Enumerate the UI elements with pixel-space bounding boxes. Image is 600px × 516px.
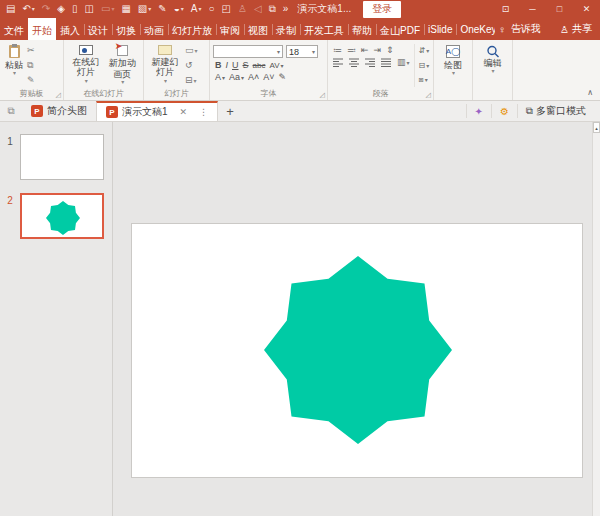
tab-transitions[interactable]: 切换 xyxy=(112,18,140,40)
layout-icon[interactable]: ▭▾ xyxy=(185,46,198,55)
qat-overflow-icon[interactable]: » xyxy=(283,4,289,14)
clear-strike-button[interactable]: abc xyxy=(253,61,266,70)
copy-icon[interactable]: ⧉ xyxy=(27,61,35,70)
clipboard-dialog-launcher-icon[interactable]: ◿ xyxy=(56,91,61,99)
shrink-font-button[interactable]: A˅ xyxy=(263,72,274,82)
text-shadow-button[interactable]: A▾ xyxy=(215,72,225,82)
doc-tab-presentation1[interactable]: P 演示文稿1 ✕ ⋮ xyxy=(96,101,218,121)
close-button[interactable]: ✕ xyxy=(573,0,600,18)
reset-icon[interactable]: ↺ xyxy=(185,61,198,70)
vertical-scrollbar[interactable]: ▴ xyxy=(592,122,600,516)
new-tab-button[interactable]: + xyxy=(218,101,242,121)
tellme-bulb-icon: ♀ xyxy=(499,24,507,35)
preview-window-icon[interactable]: ⧉ xyxy=(0,101,22,121)
text-direction-icon[interactable]: ⇵▾ xyxy=(419,46,430,55)
table-icon[interactable]: ▦ xyxy=(121,4,130,14)
numbering-button[interactable]: ≕ xyxy=(347,45,356,55)
tab-view[interactable]: 视图 xyxy=(244,18,272,40)
settings-gear-icon[interactable]: ⚙ xyxy=(491,104,517,118)
collapse-ribbon-icon[interactable]: ∧ xyxy=(587,88,593,97)
tab-slideshow[interactable]: 幻灯片放 xyxy=(168,18,216,40)
decrease-indent-button[interactable]: ⇤ xyxy=(361,45,369,55)
tab-file[interactable]: 文件 xyxy=(0,18,28,40)
format-painter-icon[interactable]: ✎ xyxy=(27,76,35,85)
slide-2-thumbnail[interactable] xyxy=(20,193,104,239)
ribbon-options-icon[interactable]: ⊡ xyxy=(492,0,519,18)
tab-developer[interactable]: 开发工具 xyxy=(300,18,348,40)
paragraph-dialog-launcher-icon[interactable]: ◿ xyxy=(426,91,431,99)
star-shape[interactable] xyxy=(132,224,582,477)
beautify-wand-icon[interactable]: ✦ xyxy=(466,104,491,118)
tellme-label[interactable]: 告诉我 xyxy=(511,22,541,36)
italic-button[interactable]: I xyxy=(226,60,229,70)
scroll-up-icon[interactable]: ▴ xyxy=(593,122,600,133)
close-tab-icon[interactable]: ✕ xyxy=(180,107,188,117)
draw-button[interactable]: A◯ 绘图 ▾ xyxy=(442,44,464,87)
fill-icon[interactable]: ◒▾ xyxy=(174,4,184,14)
grow-font-button[interactable]: A˄ xyxy=(248,72,259,82)
increase-indent-button[interactable]: ⇥ xyxy=(374,45,382,55)
tab-more-icon[interactable]: ⋮ xyxy=(199,107,208,117)
slide-1-thumbnail[interactable] xyxy=(20,134,104,180)
multi-window-mode-button[interactable]: ⧉ 多窗口模式 xyxy=(517,104,594,118)
chevron-down-icon: ▾ xyxy=(111,6,114,12)
clear-format-icon[interactable]: ✎ xyxy=(279,72,287,82)
tab-animations[interactable]: 动画 xyxy=(140,18,168,40)
tab-islide[interactable]: iSlide xyxy=(424,18,456,40)
bullets-button[interactable]: ≔ xyxy=(333,45,342,55)
copy-pages-icon[interactable]: ⧉ xyxy=(269,4,276,14)
align-text-icon[interactable]: ⊟▾ xyxy=(419,61,430,70)
select-box-icon[interactable]: ◰ xyxy=(222,4,231,14)
align-right-icon[interactable] xyxy=(365,58,376,67)
tab-insert[interactable]: 插入 xyxy=(56,18,84,40)
person-icon[interactable]: ♙ xyxy=(238,4,247,14)
align-center-icon[interactable] xyxy=(349,58,360,67)
font-name-combobox[interactable]: ▾ xyxy=(213,45,283,58)
sound-icon[interactable]: ◁ xyxy=(254,4,262,14)
underline-button[interactable]: U xyxy=(232,60,239,70)
tab-design[interactable]: 设计 xyxy=(84,18,112,40)
char-spacing-button[interactable]: AV▾ xyxy=(269,61,283,70)
slideshow-icon[interactable]: ▭▾ xyxy=(101,4,114,14)
font-size-combobox[interactable]: 18▾ xyxy=(286,45,318,58)
stamp-icon[interactable]: ◈ xyxy=(57,4,65,14)
new-animation-page-button[interactable]: ➤ 新加动画页 ▾ xyxy=(104,44,140,87)
maximize-button[interactable]: □ xyxy=(546,0,573,18)
tab-help[interactable]: 帮助 xyxy=(348,18,376,40)
share-button[interactable]: ♙ 共享 xyxy=(560,22,592,36)
slide-page[interactable] xyxy=(132,224,582,477)
tab-review[interactable]: 审阅 xyxy=(216,18,244,40)
edit-button[interactable]: 编辑 ▾ xyxy=(482,44,504,87)
online-slides-button[interactable]: 在线幻灯片 ▾ xyxy=(67,44,104,87)
redo-icon[interactable]: ↷ xyxy=(42,4,50,14)
doc-tab-intro[interactable]: P 简介头图 xyxy=(22,101,96,121)
font-dialog-launcher-icon[interactable]: ◿ xyxy=(320,91,325,99)
align-justify-icon[interactable] xyxy=(381,58,392,67)
tab-home[interactable]: 开始 xyxy=(28,18,56,40)
bold-button[interactable]: B xyxy=(215,60,222,70)
paste-button[interactable]: 粘贴 ▾ xyxy=(3,44,25,87)
columns-button[interactable]: ▥▾ xyxy=(397,57,410,67)
new-slide-button[interactable]: 新建幻灯片 ▾ xyxy=(147,44,183,87)
undo-icon[interactable]: ↶▾ xyxy=(22,4,34,14)
save-icon[interactable]: ▤ xyxy=(6,4,15,14)
print-preview-icon[interactable]: ◫ xyxy=(84,4,93,14)
smartart-icon[interactable]: ⧈▾ xyxy=(419,75,430,85)
section-icon[interactable]: ⊟▾ xyxy=(185,76,198,85)
line-spacing-button[interactable]: ⇕ xyxy=(386,45,394,55)
login-button[interactable]: 登录 xyxy=(363,1,401,18)
new-file-icon[interactable]: ▯ xyxy=(72,4,78,14)
font-color-icon[interactable]: A▾ xyxy=(191,4,202,14)
align-left-icon[interactable] xyxy=(333,58,344,67)
tab-jinshan-pdf[interactable]: 金山PDF xyxy=(376,18,424,40)
strikethrough-button[interactable]: S xyxy=(243,60,249,70)
tab-record[interactable]: 录制 xyxy=(272,18,300,40)
pen-icon[interactable]: ✎ xyxy=(158,4,166,14)
cut-icon[interactable]: ✂ xyxy=(27,46,35,55)
minimize-button[interactable]: ─ xyxy=(519,0,546,18)
layout-icon[interactable]: ▧▾ xyxy=(138,4,151,14)
tab-onekey[interactable]: OneKey xyxy=(456,18,494,40)
change-case-button[interactable]: Aa▾ xyxy=(229,72,244,82)
shape-circle-icon[interactable]: ○ xyxy=(208,4,214,14)
slides-mini-buttons: ▭▾ ↺ ⊟▾ xyxy=(183,44,200,87)
